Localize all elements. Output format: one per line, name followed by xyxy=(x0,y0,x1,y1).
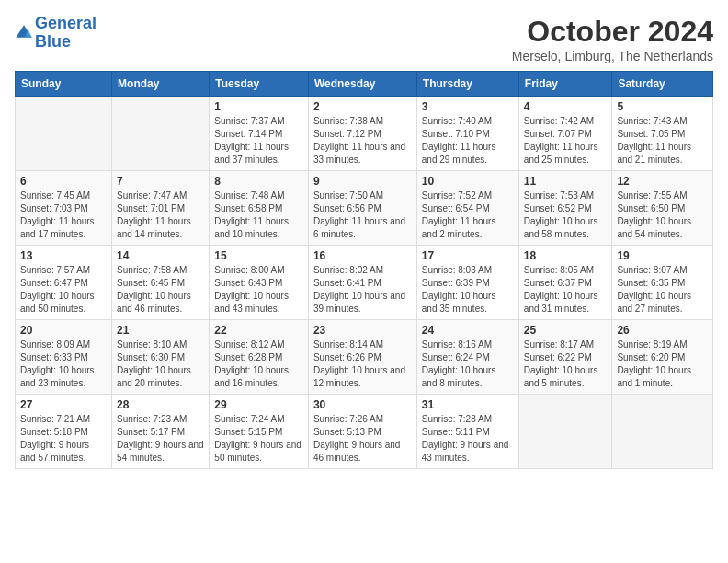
day-number: 30 xyxy=(313,398,412,411)
month-title: October 2024 xyxy=(512,15,713,49)
calendar-cell: 12Sunrise: 7:55 AM Sunset: 6:50 PM Dayli… xyxy=(612,171,713,246)
day-info: Sunrise: 7:21 AM Sunset: 5:18 PM Dayligh… xyxy=(20,413,107,465)
calendar-table: SundayMondayTuesdayWednesdayThursdayFrid… xyxy=(15,71,713,469)
day-number: 29 xyxy=(214,398,303,411)
weekday-header-row: SundayMondayTuesdayWednesdayThursdayFrid… xyxy=(16,72,713,97)
calendar-cell: 2Sunrise: 7:38 AM Sunset: 7:12 PM Daylig… xyxy=(308,97,416,171)
calendar-cell: 7Sunrise: 7:47 AM Sunset: 7:01 PM Daylig… xyxy=(112,171,210,246)
day-info: Sunrise: 7:24 AM Sunset: 5:15 PM Dayligh… xyxy=(214,413,303,465)
calendar-week-row: 13Sunrise: 7:57 AM Sunset: 6:47 PM Dayli… xyxy=(16,246,713,320)
weekday-header: Saturday xyxy=(612,72,713,97)
day-info: Sunrise: 7:55 AM Sunset: 6:50 PM Dayligh… xyxy=(617,190,708,241)
calendar-cell: 27Sunrise: 7:21 AM Sunset: 5:18 PM Dayli… xyxy=(16,395,112,469)
calendar-cell: 25Sunrise: 8:17 AM Sunset: 6:22 PM Dayli… xyxy=(518,320,612,395)
day-info: Sunrise: 7:58 AM Sunset: 6:45 PM Dayligh… xyxy=(117,264,204,316)
day-info: Sunrise: 8:10 AM Sunset: 6:30 PM Dayligh… xyxy=(117,339,204,390)
calendar-cell xyxy=(112,97,210,171)
day-number: 6 xyxy=(20,175,107,188)
day-number: 1 xyxy=(214,100,303,113)
day-number: 26 xyxy=(617,324,708,337)
calendar-cell xyxy=(612,395,713,469)
calendar-cell: 19Sunrise: 8:07 AM Sunset: 6:35 PM Dayli… xyxy=(612,246,713,320)
calendar-cell: 11Sunrise: 7:53 AM Sunset: 6:52 PM Dayli… xyxy=(518,171,612,246)
calendar-cell: 5Sunrise: 7:43 AM Sunset: 7:05 PM Daylig… xyxy=(612,97,713,171)
day-number: 13 xyxy=(20,249,107,262)
day-number: 21 xyxy=(117,324,204,337)
day-number: 5 xyxy=(617,100,708,113)
day-info: Sunrise: 7:23 AM Sunset: 5:17 PM Dayligh… xyxy=(117,413,204,465)
calendar-cell: 18Sunrise: 8:05 AM Sunset: 6:37 PM Dayli… xyxy=(518,246,612,320)
calendar-week-row: 1Sunrise: 7:37 AM Sunset: 7:14 PM Daylig… xyxy=(16,97,713,171)
day-number: 9 xyxy=(313,175,412,188)
calendar-cell: 13Sunrise: 7:57 AM Sunset: 6:47 PM Dayli… xyxy=(16,246,112,320)
day-number: 18 xyxy=(524,249,608,262)
weekday-header: Thursday xyxy=(416,72,518,97)
calendar-header: SundayMondayTuesdayWednesdayThursdayFrid… xyxy=(16,72,713,97)
day-number: 10 xyxy=(422,175,514,188)
calendar-cell: 1Sunrise: 7:37 AM Sunset: 7:14 PM Daylig… xyxy=(210,97,309,171)
day-info: Sunrise: 8:03 AM Sunset: 6:39 PM Dayligh… xyxy=(422,264,514,316)
calendar-cell: 26Sunrise: 8:19 AM Sunset: 6:20 PM Dayli… xyxy=(612,320,713,395)
day-info: Sunrise: 7:28 AM Sunset: 5:11 PM Dayligh… xyxy=(422,413,514,465)
day-number: 4 xyxy=(524,100,608,113)
day-info: Sunrise: 7:47 AM Sunset: 7:01 PM Dayligh… xyxy=(117,190,204,241)
calendar-cell: 31Sunrise: 7:28 AM Sunset: 5:11 PM Dayli… xyxy=(416,395,518,469)
day-info: Sunrise: 7:42 AM Sunset: 7:07 PM Dayligh… xyxy=(524,115,608,167)
day-number: 11 xyxy=(524,175,608,188)
day-number: 19 xyxy=(617,249,708,262)
day-number: 17 xyxy=(422,249,514,262)
calendar-cell: 9Sunrise: 7:50 AM Sunset: 6:56 PM Daylig… xyxy=(308,171,416,246)
calendar-cell: 24Sunrise: 8:16 AM Sunset: 6:24 PM Dayli… xyxy=(416,320,518,395)
day-number: 20 xyxy=(20,324,107,337)
day-number: 14 xyxy=(117,249,204,262)
day-info: Sunrise: 7:53 AM Sunset: 6:52 PM Dayligh… xyxy=(524,190,608,241)
day-number: 12 xyxy=(617,175,708,188)
title-section: October 2024 Merselo, Limburg, The Nethe… xyxy=(512,15,713,63)
calendar-cell: 3Sunrise: 7:40 AM Sunset: 7:10 PM Daylig… xyxy=(416,97,518,171)
page-header: General Blue October 2024 Merselo, Limbu… xyxy=(15,15,713,63)
day-number: 27 xyxy=(20,398,107,411)
calendar-cell: 6Sunrise: 7:45 AM Sunset: 7:03 PM Daylig… xyxy=(16,171,112,246)
weekday-header: Wednesday xyxy=(308,72,416,97)
day-number: 8 xyxy=(214,175,303,188)
calendar-cell: 17Sunrise: 8:03 AM Sunset: 6:39 PM Dayli… xyxy=(416,246,518,320)
day-info: Sunrise: 8:07 AM Sunset: 6:35 PM Dayligh… xyxy=(617,264,708,316)
day-info: Sunrise: 7:37 AM Sunset: 7:14 PM Dayligh… xyxy=(214,115,303,167)
day-info: Sunrise: 7:26 AM Sunset: 5:13 PM Dayligh… xyxy=(313,413,412,465)
day-number: 31 xyxy=(422,398,514,411)
calendar-cell: 10Sunrise: 7:52 AM Sunset: 6:54 PM Dayli… xyxy=(416,171,518,246)
weekday-header: Monday xyxy=(112,72,210,97)
day-number: 28 xyxy=(117,398,204,411)
calendar-cell xyxy=(518,395,612,469)
subtitle: Merselo, Limburg, The Netherlands xyxy=(512,49,713,63)
calendar-cell: 28Sunrise: 7:23 AM Sunset: 5:17 PM Dayli… xyxy=(112,395,210,469)
weekday-header: Sunday xyxy=(16,72,112,97)
calendar-week-row: 27Sunrise: 7:21 AM Sunset: 5:18 PM Dayli… xyxy=(16,395,713,469)
day-number: 2 xyxy=(313,100,412,113)
day-number: 7 xyxy=(117,175,204,188)
day-number: 16 xyxy=(313,249,412,262)
weekday-header: Friday xyxy=(518,72,612,97)
day-info: Sunrise: 7:38 AM Sunset: 7:12 PM Dayligh… xyxy=(313,115,412,167)
day-number: 24 xyxy=(422,324,514,337)
calendar-cell: 22Sunrise: 8:12 AM Sunset: 6:28 PM Dayli… xyxy=(210,320,309,395)
logo-line1: General xyxy=(35,14,97,32)
day-info: Sunrise: 8:17 AM Sunset: 6:22 PM Dayligh… xyxy=(524,339,608,390)
logo: General Blue xyxy=(15,15,97,52)
day-info: Sunrise: 8:09 AM Sunset: 6:33 PM Dayligh… xyxy=(20,339,107,390)
calendar-cell: 15Sunrise: 8:00 AM Sunset: 6:43 PM Dayli… xyxy=(210,246,309,320)
calendar-cell: 8Sunrise: 7:48 AM Sunset: 6:58 PM Daylig… xyxy=(210,171,309,246)
logo-text: General Blue xyxy=(35,15,97,52)
day-info: Sunrise: 8:12 AM Sunset: 6:28 PM Dayligh… xyxy=(214,339,303,390)
day-info: Sunrise: 7:45 AM Sunset: 7:03 PM Dayligh… xyxy=(20,190,107,241)
day-info: Sunrise: 7:50 AM Sunset: 6:56 PM Dayligh… xyxy=(313,190,412,241)
day-info: Sunrise: 7:40 AM Sunset: 7:10 PM Dayligh… xyxy=(422,115,514,167)
calendar-cell: 21Sunrise: 8:10 AM Sunset: 6:30 PM Dayli… xyxy=(112,320,210,395)
calendar-cell: 4Sunrise: 7:42 AM Sunset: 7:07 PM Daylig… xyxy=(518,97,612,171)
day-info: Sunrise: 8:00 AM Sunset: 6:43 PM Dayligh… xyxy=(214,264,303,316)
day-number: 3 xyxy=(422,100,514,113)
day-info: Sunrise: 8:16 AM Sunset: 6:24 PM Dayligh… xyxy=(422,339,514,390)
calendar-cell: 23Sunrise: 8:14 AM Sunset: 6:26 PM Dayli… xyxy=(308,320,416,395)
day-info: Sunrise: 8:05 AM Sunset: 6:37 PM Dayligh… xyxy=(524,264,608,316)
day-info: Sunrise: 7:52 AM Sunset: 6:54 PM Dayligh… xyxy=(422,190,514,241)
